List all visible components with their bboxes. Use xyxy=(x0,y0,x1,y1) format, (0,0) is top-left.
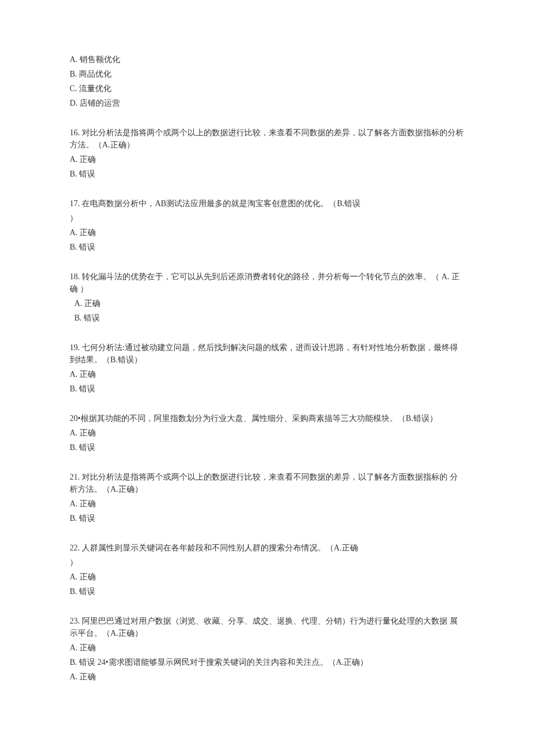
question-stem: 21. 对比分析法是指将两个或两个以上的数据进行比较，来查看不同数据的差异，以了… xyxy=(70,471,464,495)
question-17: 17. 在电商数据分析中，AB测试法应用最多的就是淘宝客创意图的优化。（B.错误… xyxy=(70,197,464,253)
question-16: 16. 对比分析法是指将两个或两个以上的数据进行比较，来查看不同数据的差异，以了… xyxy=(70,127,464,180)
option-a: A. 正确 xyxy=(70,642,464,654)
question-stem-cont: ） xyxy=(70,212,464,224)
question-stem: 17. 在电商数据分析中，AB测试法应用最多的就是淘宝客创意图的优化。（B.错误 xyxy=(70,197,464,210)
question-stem: 20•根据其功能的不同，阿里指数划分为行业大盘、属性细分、采购商素描等三大功能模… xyxy=(70,412,464,424)
option-a: A. 正确 xyxy=(70,498,464,510)
option-a: A. 销售额优化 xyxy=(70,53,464,66)
option-b: B. 商品优化 xyxy=(70,68,464,80)
option-a: A. 正确 xyxy=(70,153,464,165)
option-b: B. 错误 xyxy=(70,312,464,324)
question-19: 19. 七何分析法:通过被动建立问题，然后找到解决问题的线索，进而设计思路，有针… xyxy=(70,341,464,395)
option-b: B. 错误 xyxy=(70,441,464,453)
option-a: A. 正确 xyxy=(70,297,464,309)
question-stem: 19. 七何分析法:通过被动建立问题，然后找到解决问题的线索，进而设计思路，有针… xyxy=(70,341,464,366)
question-23: 23. 阿里巴巴通过对用户数据（浏览、收藏、分享、成交、退换、代理、分销）行为进… xyxy=(70,615,464,683)
option-a: A. 正确 xyxy=(70,226,464,239)
question-20: 20•根据其功能的不同，阿里指数划分为行业大盘、属性细分、采购商素描等三大功能模… xyxy=(70,412,464,453)
question-21: 21. 对比分析法是指将两个或两个以上的数据进行比较，来查看不同数据的差异，以了… xyxy=(70,471,464,524)
question-stem: 23. 阿里巴巴通过对用户数据（浏览、收藏、分享、成交、退换、代理、分销）行为进… xyxy=(70,615,464,639)
option-b: B. 错误 xyxy=(70,241,464,253)
option-a: A. 正确 xyxy=(70,571,464,583)
option-c: C. 流量优化 xyxy=(70,82,464,95)
option-a-q24: A. 正确 xyxy=(70,671,464,683)
option-d: D. 店铺的运营 xyxy=(70,97,464,109)
option-b: B. 错误 xyxy=(70,512,464,524)
question-stem: 18. 转化漏斗法的优势在于，它可以从先到后还原消费者转化的路径，并分析每一个转… xyxy=(70,271,464,295)
question-stem-cont: ） xyxy=(70,556,464,568)
question-18: 18. 转化漏斗法的优势在于，它可以从先到后还原消费者转化的路径，并分析每一个转… xyxy=(70,271,464,324)
option-a: A. 正确 xyxy=(70,368,464,380)
option-b: B. 错误 xyxy=(70,168,464,180)
option-a: A. 正确 xyxy=(70,427,464,439)
option-b-and-q24: B. 错误 24•需求图谱能够显示网民对于搜索关键词的关注内容和关注点。（A.正… xyxy=(70,656,464,668)
question-stem: 22. 人群属性则显示关键词在各年龄段和不同性别人群的搜索分布情况。（A.正确 xyxy=(70,542,464,554)
question-stem: 16. 对比分析法是指将两个或两个以上的数据进行比较，来查看不同数据的差异，以了… xyxy=(70,127,464,151)
document-page: A. 销售额优化 B. 商品优化 C. 流量优化 D. 店铺的运营 16. 对比… xyxy=(0,0,534,756)
option-b: B. 错误 xyxy=(70,585,464,597)
option-b: B. 错误 xyxy=(70,383,464,395)
question-22: 22. 人群属性则显示关键词在各年龄段和不同性别人群的搜索分布情况。（A.正确 … xyxy=(70,542,464,597)
